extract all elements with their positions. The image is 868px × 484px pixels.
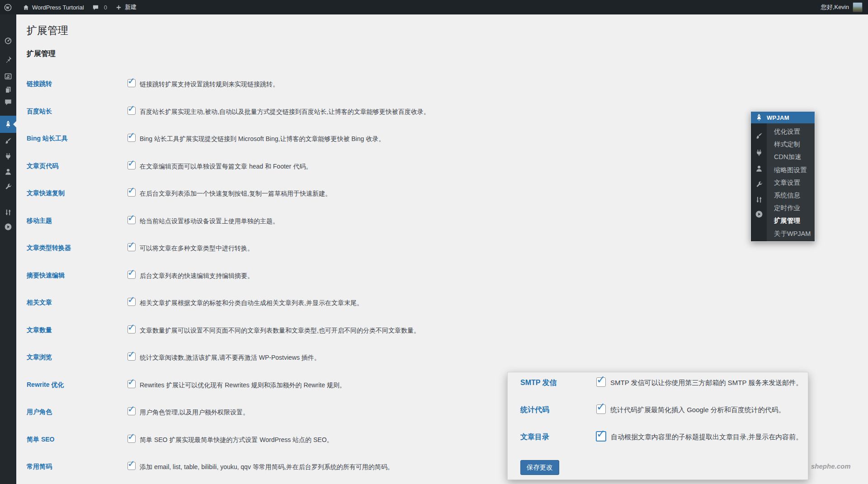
extension-checkbox[interactable]: ✓ <box>127 107 136 115</box>
extension-name-link[interactable]: 简单 SEO <box>27 435 127 444</box>
sidebar-item[interactable] <box>751 193 767 206</box>
check-icon: ✓ <box>127 76 135 85</box>
extension-name-link[interactable]: 链接跳转 <box>27 79 127 88</box>
extension-checkbox[interactable]: ✓ <box>127 216 136 224</box>
setting-name-link[interactable]: SMTP 发信 <box>520 377 596 388</box>
extension-name-link[interactable]: 相关文章 <box>27 298 127 307</box>
flyout-menu-item[interactable]: 缩略图设置 <box>774 164 815 176</box>
extension-row: Bing 站长工具 ✓ Bing 站长工具扩展实现提交链接到 Microsoft… <box>27 134 868 161</box>
extension-checkbox[interactable]: ✓ <box>127 161 136 169</box>
extension-row: 移动主题 ✓ 给当前站点设置移动设备设置上使用单独的主题。 <box>27 216 868 244</box>
extension-checkbox[interactable]: ✓ <box>127 271 136 279</box>
sliders-icon <box>4 208 12 216</box>
flyout-menu-item[interactable]: 样式定制 <box>774 138 815 150</box>
check-icon: ✓ <box>596 428 605 439</box>
extension-name-link[interactable]: 用户角色 <box>27 407 127 416</box>
extension-checkbox[interactable]: ✓ <box>127 298 136 306</box>
flyout-menu-item[interactable]: 优化设置 <box>774 125 815 138</box>
extension-checkbox[interactable]: ✓ <box>127 243 136 251</box>
user-greeting[interactable]: 您好,Kevin <box>821 3 849 11</box>
comment-icon <box>92 4 99 11</box>
sidebar-item[interactable] <box>751 179 767 191</box>
comments-count: 0 <box>104 4 107 11</box>
wordpress-logo-menu[interactable] <box>0 0 19 14</box>
extension-name-link[interactable]: 百度站长 <box>27 107 127 116</box>
sidebar-item[interactable] <box>0 70 16 83</box>
wrench-icon <box>755 181 763 189</box>
extension-name-link[interactable]: 文章快速复制 <box>27 188 127 197</box>
sidebar-item[interactable] <box>751 146 767 159</box>
extension-description: 给当前站点设置移动设备设置上使用单独的主题。 <box>140 216 279 225</box>
extension-description: 后台文章列表的快速编辑支持编辑摘要。 <box>140 271 254 280</box>
extension-name-link[interactable]: 文章浏览 <box>27 352 127 362</box>
extension-description: 可以将文章在多种文章类型中进行转换。 <box>140 243 254 252</box>
sidebar-item[interactable] <box>0 116 16 133</box>
sidebar-item[interactable] <box>0 95 16 109</box>
extension-name-link[interactable]: 文章类型转换器 <box>27 243 127 252</box>
inset-rows: SMTP 发信 ✓ SMTP 发信可以让你使用第三方邮箱的 SMTP 服务来发送… <box>508 372 808 454</box>
paintbrush-icon <box>4 137 12 145</box>
extension-name-link[interactable]: Bing 站长工具 <box>27 134 127 143</box>
sidebar-item[interactable] <box>751 162 767 175</box>
flyout-menu-item[interactable]: 扩展管理 <box>774 214 815 227</box>
user-icon <box>755 164 763 173</box>
extension-description: Rewrites 扩展让可以优化现有 Rewrites 规则和添加额外的 Rew… <box>140 380 346 389</box>
sidebar-item[interactable] <box>0 180 16 194</box>
flyout-menu-item[interactable]: CDN加速 <box>774 150 815 163</box>
site-name-link[interactable]: WordPress Turtorial <box>19 0 88 14</box>
plug-icon <box>755 149 763 157</box>
extension-name-link[interactable]: 摘要快速编辑 <box>27 271 127 280</box>
extension-name-link[interactable]: 常用简码 <box>27 462 127 471</box>
setting-checkbox[interactable]: ✓ <box>596 431 606 442</box>
flyout-menu-item[interactable]: 文章设置 <box>774 176 815 189</box>
sidebar-item[interactable] <box>0 150 16 163</box>
flyout-menu-item[interactable]: 关于WPJAM <box>774 227 815 240</box>
save-changes-button[interactable]: 保存更改 <box>520 460 559 475</box>
extension-checkbox[interactable]: ✓ <box>127 435 136 443</box>
comments-icon <box>4 98 12 106</box>
extension-checkbox[interactable]: ✓ <box>127 134 136 142</box>
extension-checkbox[interactable]: ✓ <box>127 407 136 415</box>
extension-checkbox[interactable]: ✓ <box>127 79 136 87</box>
setting-description: 自动根据文章内容里的子标题提取出文章目录,并显示在内容前。 <box>611 432 802 442</box>
setting-checkbox[interactable]: ✓ <box>596 404 606 414</box>
sidebar-item[interactable] <box>0 134 16 148</box>
comments-shortcut[interactable]: 0 <box>88 0 111 14</box>
extension-checkbox[interactable]: ✓ <box>127 380 136 388</box>
flyout-menu-item[interactable]: 系统信息 <box>774 189 815 202</box>
extension-checkbox[interactable]: ✓ <box>127 325 136 334</box>
paintbrush-icon <box>755 132 763 140</box>
check-icon: ✓ <box>596 374 605 385</box>
setting-checkbox[interactable]: ✓ <box>596 377 606 387</box>
sidebar-item[interactable] <box>751 208 767 221</box>
new-content-menu[interactable]: 新建 <box>111 0 141 14</box>
page-title: 扩展管理 <box>27 24 868 37</box>
avatar[interactable] <box>853 2 863 12</box>
sidebar-item[interactable] <box>0 206 16 219</box>
extension-name-link[interactable]: 文章页代码 <box>27 161 127 170</box>
extension-checkbox[interactable]: ✓ <box>127 188 136 197</box>
extension-checkbox[interactable]: ✓ <box>127 462 136 470</box>
sidebar-item[interactable] <box>751 130 767 142</box>
setting-name-link[interactable]: 文章目录 <box>520 432 596 442</box>
sidebar-item[interactable] <box>0 165 16 179</box>
flyout-header[interactable]: WPJAM <box>751 112 815 123</box>
pin-icon <box>4 56 12 64</box>
check-icon: ✓ <box>596 401 605 412</box>
sidebar-item[interactable] <box>0 34 16 47</box>
play-icon <box>755 210 763 218</box>
section-title: 扩展管理 <box>27 49 868 58</box>
flyout-menu-item[interactable]: 定时作业 <box>774 202 815 214</box>
extension-checkbox[interactable]: ✓ <box>127 352 136 361</box>
extension-name-link[interactable]: 文章数量 <box>27 325 127 334</box>
setting-name-link[interactable]: 统计代码 <box>520 404 596 415</box>
sidebar-item[interactable] <box>0 220 16 234</box>
extension-name-link[interactable]: 移动主题 <box>27 216 127 225</box>
user-icon <box>4 168 12 176</box>
extension-description: 简单 SEO 扩展实现最简单快捷的方式设置 WordPress 站点的 SEO。 <box>140 435 333 444</box>
sidebar-item[interactable] <box>0 83 16 97</box>
setting-description: SMTP 发信可以让你使用第三方邮箱的 SMTP 服务来发送邮件。 <box>610 377 802 387</box>
extension-name-link[interactable]: Rewrite 优化 <box>27 380 127 389</box>
media-icon <box>4 72 12 80</box>
sidebar-item[interactable] <box>0 53 16 66</box>
